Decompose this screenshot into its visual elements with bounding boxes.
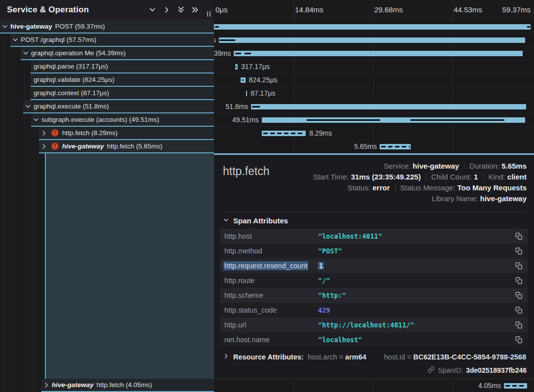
tree-row-http.fetch[interactable]: hive-gatewayhttp.fetch (4.05ms): [41, 379, 214, 392]
copy-icon[interactable]: [515, 336, 523, 344]
self-time-mark: [505, 385, 525, 387]
panel-resize-handle[interactable]: [206, 11, 211, 18]
tree-row-graphql.operation[interactable]: graphql.operation Me (54.39ms): [21, 47, 214, 60]
tree-row-graphql.execute[interactable]: graphql.execute (51.8ms): [23, 100, 214, 113]
indent-guide: [24, 20, 25, 392]
chevron-down-icon[interactable]: [1, 23, 8, 30]
tree-row-graphql.context[interactable]: graphql.context (87.17μs): [31, 87, 214, 100]
divider: [464, 163, 464, 170]
attribute-value: "/": [318, 277, 515, 285]
chevron-down-icon[interactable]: [25, 103, 32, 110]
ruler-tick: 0μs: [215, 5, 228, 14]
timeline-row: 5.65ms: [214, 140, 534, 153]
resource-attributes-header[interactable]: Resource Attributes:: [223, 353, 304, 361]
span-attributes-header[interactable]: Span Attributes: [223, 216, 527, 225]
error-icon: !: [51, 129, 59, 137]
attribute-key: http.request.resend_count: [224, 262, 318, 270]
duration-label: 824.25μs: [249, 76, 278, 84]
span-duration-bar[interactable]: [214, 24, 531, 30]
divider: [395, 184, 395, 191]
copy-icon[interactable]: [515, 262, 523, 270]
attribute-row: http.route"/": [220, 273, 528, 288]
tree-row-POST[interactable]: hive-gatewayPOST (59.37ms): [0, 20, 214, 34]
span-name-label: POST /graphql (57.57ms): [21, 36, 97, 43]
span-duration-bar[interactable]: [246, 91, 247, 96]
meta-value: hive-gateway: [413, 162, 459, 170]
timeline-row: 824.25μs: [214, 73, 534, 87]
tree-row-graphql.parse[interactable]: graphql.parse (317.17μs): [31, 60, 214, 73]
timeline-row: [214, 20, 534, 34]
copy-icon[interactable]: [515, 291, 523, 299]
chevron-right-icon[interactable]: [40, 130, 47, 137]
span-name-label: graphql.validate (824.25μs): [34, 76, 114, 83]
self-time-mark: [410, 119, 504, 121]
span-meta-line: Service: hive-gatewayDuration: 5.65ms: [313, 161, 527, 172]
gridline: [373, 379, 374, 392]
copy-icon[interactable]: [515, 277, 523, 285]
duration-label: 317.17μs: [241, 63, 270, 71]
copy-icon[interactable]: [515, 321, 523, 329]
self-time-mark: [252, 106, 260, 107]
meta-label: Library Name:: [431, 194, 480, 203]
collapse-one-icon[interactable]: [148, 6, 156, 14]
span-name-label: http.fetch (4.05ms): [97, 381, 152, 389]
meta-value: 5.65ms: [501, 162, 527, 170]
attribute-row: http.scheme"http:": [220, 288, 528, 303]
chevron-right-icon: [223, 353, 229, 361]
selected-text: 1: [318, 262, 324, 270]
self-time-mark: [242, 79, 244, 81]
attribute-row: http.method"POST": [220, 244, 528, 258]
tree-row-http.fetch[interactable]: !hive-gatewayhttp.fetch (5.65ms): [39, 140, 214, 153]
span-name-label: graphql.execute (51.8ms): [34, 103, 109, 110]
divider: [426, 174, 426, 180]
duration-label: 4.05ms: [478, 382, 501, 390]
meta-value: 31ms (23:35:49.225): [351, 173, 421, 181]
chevron-down-icon[interactable]: [22, 50, 29, 57]
span-name-label: graphql.parse (317.17μs): [34, 63, 108, 70]
span-name-label: graphql.context (87.17μs): [34, 89, 109, 97]
chevron-down-icon[interactable]: [12, 36, 19, 43]
attribute-row: http.status_code429: [220, 303, 528, 318]
span-id-label: SpanID:: [438, 366, 463, 374]
attribute-value: "localhost": [318, 336, 515, 344]
link-icon[interactable]: [427, 366, 435, 375]
gridline: [373, 60, 374, 73]
chevron-down-icon[interactable]: [33, 116, 39, 123]
timeline-row: 8.29ms: [214, 127, 534, 140]
copy-icon[interactable]: [515, 306, 523, 314]
tree-row-POST[interactable]: POST /graphql (57.57ms): [10, 34, 214, 47]
collapse-all-icon[interactable]: [177, 6, 185, 14]
tree-row-http.fetch[interactable]: !http.fetch (8.29ms): [39, 127, 214, 140]
duration-label: 87.17μs: [250, 89, 275, 97]
self-time-mark: [245, 53, 251, 54]
copy-icon[interactable]: [515, 247, 523, 255]
span-name-label: graphql.operation Me (54.39ms): [31, 49, 126, 57]
duration-label: 49.51ms: [232, 116, 259, 124]
gridline: [294, 87, 294, 100]
duration-label: 8.29ms: [309, 129, 332, 137]
expand-all-icon[interactable]: [191, 6, 199, 14]
service-name: hive-gateway: [62, 143, 104, 150]
tree-header: Service & Operation: [0, 0, 214, 20]
chevron-right-icon[interactable]: [40, 143, 47, 150]
trace-viewer: Service & Operation 0μs14.84ms29.68ms44.…: [0, 0, 534, 392]
self-time-mark: [527, 26, 530, 28]
meta-value: 1: [474, 173, 478, 181]
span-meta-line: Status: errorStatus Message: Too Many Re…: [313, 182, 527, 193]
chevron-right-icon[interactable]: [43, 382, 50, 389]
span-duration-bar[interactable]: [234, 51, 523, 56]
timeline-row: 51.8ms: [214, 100, 534, 113]
tree-row-graphql.validate[interactable]: graphql.validate (824.25μs): [31, 73, 214, 87]
self-time-mark: [235, 53, 241, 54]
indent-guide: [14, 20, 14, 392]
span-duration-bar[interactable]: [219, 37, 526, 43]
self-time-mark: [219, 39, 235, 41]
span-meta-line: Start Time: 31ms (23:35:49.225)Child Cou…: [313, 172, 527, 182]
gridline: [453, 140, 453, 153]
span-duration-bar[interactable]: [251, 104, 526, 109]
resource-attributes-heading: Resource Attributes:: [233, 353, 304, 361]
tree-row-subgraph.execute[interactable]: subgraph.execute (accounts) (49.51ms): [31, 113, 214, 127]
copy-icon[interactable]: [515, 232, 523, 240]
attribute-row: http.url"http://localhost:4011/": [220, 318, 528, 332]
expand-one-icon[interactable]: [163, 6, 171, 14]
